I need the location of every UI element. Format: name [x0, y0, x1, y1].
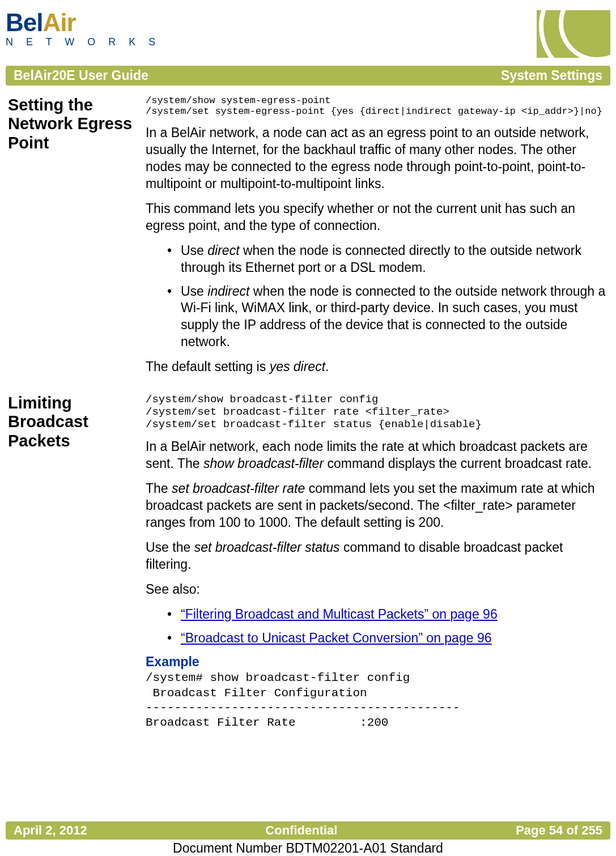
logo-bel: Bel — [6, 8, 43, 36]
paragraph: The set broadcast-filter rate command le… — [146, 480, 608, 531]
footer-page-number: Page 54 of 255 — [516, 823, 602, 838]
guide-title: BelAir20E User Guide — [14, 68, 148, 83]
footer-confidential: Confidential — [265, 823, 337, 838]
page-header: BelAir N E T W O R K S — [6, 10, 610, 61]
bullet-list: Use direct when the node is connected di… — [146, 242, 608, 351]
example-heading: Example — [146, 654, 608, 670]
list-item: “Broadcast to Unicast Packet Conversion”… — [157, 630, 608, 647]
document-number: Document Number BDTM02201-A01 Standard — [6, 841, 610, 856]
section-body-egress: /system/show system-egress-point /system… — [146, 96, 608, 384]
xref-link[interactable]: “Filtering Broadcast and Multicast Packe… — [181, 607, 498, 621]
paragraph: The default setting is yes direct. — [146, 359, 608, 376]
list-item: “Filtering Broadcast and Multicast Packe… — [157, 606, 608, 623]
paragraph: Use the set broadcast-filter status comm… — [146, 539, 608, 573]
logo-air: Air — [43, 8, 75, 36]
section-body-broadcast: /system/show broadcast-filter config /sy… — [146, 394, 608, 730]
paragraph: In a BelAir network, each node limits th… — [146, 438, 608, 472]
logo-networks: N E T W O R K S — [6, 36, 160, 48]
belair-logo: BelAir N E T W O R K S — [6, 10, 160, 48]
paragraph: This command lets you specify whether or… — [146, 201, 608, 235]
chapter-title: System Settings — [501, 68, 602, 83]
code-block-broadcast: /system/show broadcast-filter config /sy… — [146, 394, 608, 431]
link-list: “Filtering Broadcast and Multicast Packe… — [146, 606, 608, 647]
corner-graphic — [537, 10, 610, 58]
section-heading-broadcast: Limiting Broadcast Packets — [8, 394, 141, 730]
paragraph: In a BelAir network, a node can act as a… — [146, 125, 608, 193]
example-output: /system# show broadcast-filter config Br… — [146, 671, 608, 730]
list-item: Use direct when the node is connected di… — [157, 242, 608, 276]
code-block-egress: /system/show system-egress-point /system… — [146, 96, 608, 117]
xref-link[interactable]: “Broadcast to Unicast Packet Conversion”… — [181, 631, 491, 645]
title-bar: BelAir20E User Guide System Settings — [6, 66, 610, 86]
section-heading-egress: Setting the Network Egress Point — [8, 96, 141, 384]
paragraph: See also: — [146, 581, 608, 598]
page-footer: April 2, 2012 Confidential Page 54 of 25… — [6, 821, 610, 856]
list-item: Use indirect when the node is connected … — [157, 283, 608, 351]
footer-date: April 2, 2012 — [14, 823, 87, 838]
